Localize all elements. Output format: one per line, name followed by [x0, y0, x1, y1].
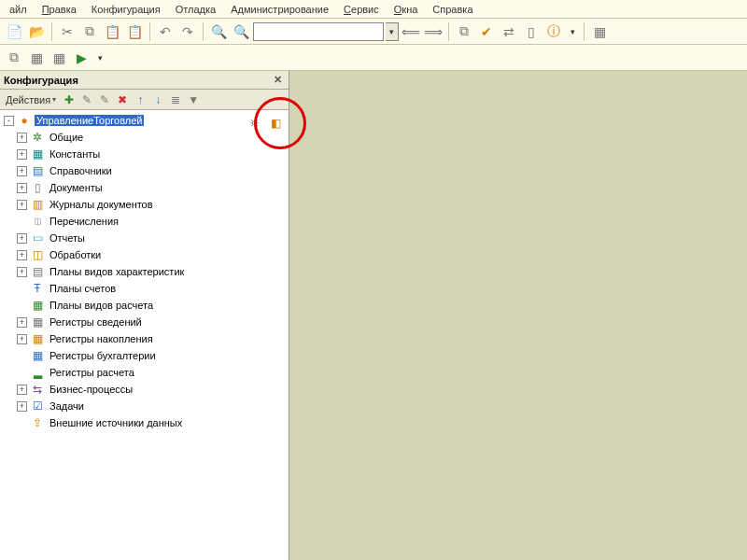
- copy-icon[interactable]: ⧉: [79, 21, 100, 42]
- main-menu: айл Правка Конфигурация Отладка Админист…: [0, 0, 747, 19]
- tree-item[interactable]: +✲Общие: [0, 129, 289, 146]
- tree-item[interactable]: ŦПланы счетов: [0, 280, 289, 297]
- tree-item-icon: ◫: [30, 247, 45, 262]
- tree-item-icon: ▂: [30, 365, 45, 380]
- expand-icon[interactable]: +: [17, 200, 27, 210]
- tree-item-label: Обработки: [48, 249, 103, 260]
- tree-item-icon: ▤: [30, 163, 45, 178]
- toolbar-main: 📄 📂 ✂ ⧉ 📋 📋 ↶ ↷ 🔍 🔍 ▾ ⟸ ⟹ ⧉ ✔ ⇄ ▯ ⓘ ▾ ▦: [0, 19, 747, 45]
- tree-item[interactable]: +◫Обработки: [0, 246, 289, 263]
- paste-special-icon[interactable]: 📋: [124, 21, 145, 42]
- expand-icon[interactable]: +: [17, 183, 27, 193]
- tree-item-label: Перечисления: [48, 216, 120, 227]
- calendar-icon[interactable]: ▦: [589, 21, 610, 42]
- expand-icon[interactable]: +: [17, 385, 27, 395]
- tree-root[interactable]: - ● УправлениеТорговлей: [0, 112, 289, 129]
- tree-item-label: Планы счетов: [48, 283, 118, 294]
- redo-icon[interactable]: ↷: [177, 21, 198, 42]
- search-dropdown-icon[interactable]: ▾: [386, 22, 399, 41]
- menu-admin[interactable]: Администрирование: [223, 2, 336, 17]
- toolbar-debug: ⧉ ▦ ▦ ▶ ▾: [0, 45, 747, 71]
- add-icon[interactable]: ✚: [61, 91, 78, 108]
- expand-icon: [17, 351, 27, 361]
- menu-file[interactable]: айл: [2, 2, 35, 17]
- nav-fwd-icon[interactable]: ⟹: [423, 21, 444, 42]
- start-debug-icon[interactable]: ▶: [71, 48, 92, 68]
- doc-icon[interactable]: ▯: [521, 21, 542, 42]
- cut-icon[interactable]: ✂: [57, 21, 78, 42]
- tree-item-label: Внешние источники данных: [48, 417, 184, 428]
- tree-item-icon: ▦: [30, 147, 45, 161]
- tree-item[interactable]: +▦Константы: [0, 146, 289, 162]
- move-up-icon[interactable]: ↑: [132, 91, 148, 108]
- panel-close-icon[interactable]: ✕: [270, 73, 285, 88]
- tree-item[interactable]: ▂Регистры расчета: [0, 364, 289, 381]
- wand-icon[interactable]: ✎: [78, 91, 95, 108]
- move-down-icon[interactable]: ↓: [149, 91, 166, 108]
- tree-item-icon: ▥: [30, 197, 45, 212]
- expand-icon: [17, 301, 27, 311]
- expand-icon[interactable]: +: [17, 250, 27, 260]
- search-input[interactable]: [253, 22, 384, 41]
- delete-icon[interactable]: ✖: [114, 91, 131, 108]
- new-file-icon[interactable]: 📄: [4, 21, 24, 42]
- debug-grid-icon[interactable]: ▦: [49, 48, 69, 68]
- info-dropdown-icon[interactable]: ▾: [566, 22, 579, 41]
- edit-icon[interactable]: ✎: [96, 91, 113, 108]
- menu-debug[interactable]: Отладка: [168, 2, 223, 17]
- paste-icon[interactable]: 📋: [102, 21, 122, 42]
- find-config-icon[interactable]: 🔍: [208, 21, 229, 42]
- menu-windows[interactable]: Окна: [387, 2, 426, 17]
- syntax-check-icon[interactable]: ✔: [476, 21, 497, 42]
- tree-item[interactable]: ⎅Перечисления: [0, 213, 289, 230]
- menu-config[interactable]: Конфигурация: [84, 2, 168, 17]
- expand-icon[interactable]: +: [17, 133, 27, 143]
- tree-item[interactable]: ▦Регистры бухгалтерии: [0, 347, 289, 364]
- start-dropdown-icon[interactable]: ▾: [93, 49, 106, 67]
- expand-icon[interactable]: +: [17, 149, 27, 160]
- tree-item[interactable]: +⇆Бизнес-процессы: [0, 381, 289, 398]
- expand-icon[interactable]: +: [17, 267, 27, 277]
- tree-item[interactable]: +▦Регистры накопления: [0, 330, 289, 347]
- undo-icon[interactable]: ↶: [155, 21, 176, 42]
- open-folder-icon[interactable]: 📂: [26, 21, 47, 42]
- info-icon[interactable]: ⓘ: [543, 21, 564, 42]
- tree-item[interactable]: +▤Справочники: [0, 162, 289, 179]
- config-tree[interactable]: - ● УправлениеТорговлей +✲Общие+▦Констан…: [0, 110, 289, 560]
- separator: [51, 22, 52, 41]
- filter-icon[interactable]: ▼: [185, 91, 202, 108]
- menu-edit[interactable]: Правка: [35, 2, 84, 17]
- tree-item[interactable]: +▥Журналы документов: [0, 196, 289, 213]
- expand-icon[interactable]: +: [17, 317, 27, 328]
- tree-item-icon: ▯: [30, 180, 45, 195]
- expand-icon[interactable]: +: [17, 334, 27, 344]
- tree-item[interactable]: ▦Планы видов расчета: [0, 297, 289, 314]
- actions-button[interactable]: Действия▾: [2, 94, 60, 105]
- tree-item[interactable]: +▦Регистры сведений: [0, 314, 289, 330]
- expand-icon[interactable]: +: [17, 233, 27, 244]
- debug-vars-icon[interactable]: ▦: [26, 48, 47, 68]
- tree-item[interactable]: +☑Задачи: [0, 398, 289, 414]
- menu-service[interactable]: Сервис: [336, 2, 387, 17]
- compare-icon[interactable]: ⇄: [499, 21, 519, 42]
- expand-icon[interactable]: -: [4, 116, 14, 126]
- menu-help[interactable]: Справка: [425, 2, 480, 17]
- tree-item[interactable]: +▤Планы видов характеристик: [0, 263, 289, 280]
- nav-back-icon[interactable]: ⟸: [401, 21, 421, 42]
- sort-icon[interactable]: ≣: [167, 91, 184, 108]
- copy-object-icon[interactable]: ⧉: [454, 21, 474, 42]
- tree-item-icon: ▤: [30, 264, 45, 279]
- tree-item[interactable]: +▯Документы: [0, 179, 289, 196]
- debug-stack-icon[interactable]: ⧉: [4, 48, 24, 68]
- search-icon[interactable]: 🔍: [231, 21, 251, 42]
- tree-item[interactable]: ⇪Внешние источники данных: [0, 414, 289, 431]
- panel-toolbar: Действия▾ ✚ ✎ ✎ ✖ ↑ ↓ ≣ ▼: [0, 90, 289, 110]
- tree-item[interactable]: +▭Отчеты: [0, 230, 289, 246]
- expand-icon[interactable]: +: [17, 166, 27, 176]
- tree-item-label: Планы видов расчета: [48, 300, 155, 311]
- expand-icon: [17, 217, 27, 227]
- expand-icon: [17, 368, 27, 378]
- panel-title-text: Конфигурация: [4, 75, 78, 86]
- expand-icon[interactable]: +: [17, 401, 27, 412]
- tree-item-label: Документы: [48, 182, 105, 193]
